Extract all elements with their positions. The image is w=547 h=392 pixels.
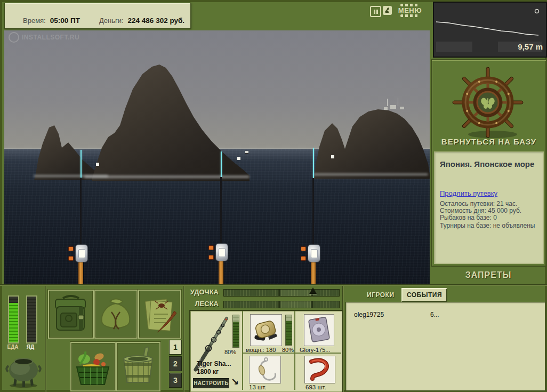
bait-count: 693 шт.	[305, 384, 326, 390]
time-value: 05:00 ПТ	[50, 17, 80, 25]
hook-count: 13 шт.	[249, 384, 266, 390]
time-money-panel: Время: 05:00 ПТ Деньги: 224 486 302 руб.	[4, 3, 191, 29]
documents-button[interactable]	[138, 290, 181, 339]
ship-wheel-icon[interactable]	[448, 66, 530, 141]
rod-pole	[312, 178, 314, 246]
tab-events[interactable]: СОБЫТИЯ	[401, 288, 447, 302]
reel-durability-value: 80%	[282, 347, 294, 353]
reel-item[interactable]	[250, 314, 282, 346]
money-pouch-icon	[95, 291, 136, 338]
food-label: ЕДА	[4, 344, 22, 350]
rod-slot-1[interactable]: 1	[169, 340, 182, 355]
rod-condition-bar	[223, 289, 340, 297]
trip-info-line: Рыбаков на базе: 0	[440, 214, 541, 221]
bucket-button[interactable]	[116, 342, 160, 391]
line-item[interactable]	[304, 314, 334, 346]
menu-button[interactable]: МЕНЮ	[395, 4, 425, 17]
menu-label: МЕНЮ	[395, 6, 425, 14]
rod-durability-bar	[232, 315, 239, 348]
tab-players[interactable]: ИГРОКИ	[367, 291, 395, 299]
rod-pole	[80, 178, 82, 247]
poison-label: ЯД	[22, 344, 38, 350]
rest-icon	[383, 6, 392, 15]
tackle-box-button[interactable]	[48, 290, 94, 339]
food-bar	[8, 295, 19, 343]
rod-name: Tiger Sha...	[197, 360, 231, 367]
bucket-icon	[117, 343, 159, 390]
sonar-marker-icon	[535, 10, 539, 13]
player-info: 6...	[430, 311, 439, 318]
depth-profile-line	[436, 22, 538, 35]
cast-arrow-icon[interactable]: ↘	[231, 376, 239, 388]
line-name: Glory-175...	[300, 347, 330, 353]
rod-bar-label: УДОЧКА	[181, 288, 219, 296]
reel-power: мощн.: 180	[246, 347, 276, 353]
bait-item[interactable]	[304, 356, 335, 383]
trip-info-line: Стоимость дня: 45 000 руб.	[440, 207, 541, 214]
money-pouch-button[interactable]	[94, 290, 138, 339]
time-label: Время:	[23, 17, 46, 25]
return-to-base-button[interactable]: ВЕРНУТЬСЯ НА БАЗУ	[432, 137, 546, 146]
game-window: Время: 05:00 ПТ Деньги: 224 486 302 руб.…	[0, 0, 547, 392]
rest-button[interactable]	[383, 6, 392, 15]
trip-info-line: Турниры на базе: не объявлены	[440, 222, 541, 229]
watermark-logo-icon	[9, 32, 19, 43]
players-list: oleg19725 6...	[345, 302, 545, 391]
rod-pole	[220, 177, 222, 245]
base-panel: ВЕРНУТЬСЯ НА БАЗУ Япония. Японское море …	[431, 59, 546, 267]
hook-item-icon	[250, 356, 280, 383]
bite-marker-3	[331, 155, 334, 158]
depth-chart: 9,57 m	[433, 2, 547, 58]
cooking-pot-button[interactable]	[5, 352, 42, 389]
food-bar-fill	[9, 303, 18, 342]
rod-slot-2[interactable]: 2	[169, 356, 182, 371]
food-basket-button[interactable]	[70, 342, 116, 391]
poison-bar	[26, 295, 37, 343]
food-basket-icon	[71, 343, 115, 390]
money-value: 224 486 302 руб.	[128, 17, 185, 25]
location-title: Япония. Японское море	[440, 159, 534, 169]
configure-button[interactable]: НАСТРОИТЬ	[193, 378, 229, 388]
pause-icon	[374, 10, 375, 14]
fishing-rod-1[interactable]	[68, 149, 100, 285]
reel-durability-bar	[285, 315, 292, 346]
trip-info-box: Япония. Японское море Продлить путевку О…	[434, 151, 544, 264]
line-item-icon	[304, 315, 334, 346]
fishing-line	[313, 148, 314, 178]
depth-value: 9,57 m	[518, 42, 543, 51]
pause-button[interactable]	[370, 6, 381, 17]
bite-marker-1	[96, 163, 99, 166]
documents-icon	[139, 291, 180, 338]
tackle-box-icon	[49, 291, 93, 338]
scene-viewport[interactable]: INSTALLSOFT.RU	[4, 30, 430, 285]
gear-teeth-icon	[400, 14, 420, 17]
bite-marker-2	[237, 157, 240, 160]
money-label: Деньги:	[99, 17, 124, 25]
fishing-rod-3[interactable]	[301, 147, 333, 285]
fishing-rod-2[interactable]	[208, 150, 240, 285]
boat	[245, 151, 248, 154]
lighthouse-buildings	[384, 107, 388, 110]
watermark: INSTALLSOFT.RU	[9, 32, 79, 43]
fishing-line	[81, 150, 82, 178]
rod-slot-3[interactable]: 3	[169, 373, 182, 388]
line-bar-label: ЛЕСКА	[181, 300, 219, 308]
bait-item-icon	[305, 356, 335, 383]
tackle-panel: 80% Tiger Sha... 1800 кг НАСТРОИТЬ ↘ мощ…	[189, 310, 343, 392]
hook-item[interactable]	[249, 356, 281, 383]
player-name[interactable]: oleg19725	[354, 311, 384, 318]
antenna-icon	[387, 99, 388, 106]
trip-info-line: Осталось путевки: 21 час.	[440, 200, 541, 207]
rod-durability-value: 80%	[224, 349, 236, 355]
fishing-line	[221, 151, 222, 177]
antenna-icon	[398, 98, 398, 106]
bans-button[interactable]: ЗАПРЕТЫ	[430, 270, 547, 280]
rod-bar-marker-icon	[309, 287, 317, 294]
rod-capacity: 1800 кг	[197, 368, 219, 375]
extend-trip-link[interactable]: Продлить путевку	[440, 189, 497, 197]
line-condition-bar	[223, 301, 340, 308]
reel-item-icon	[251, 315, 281, 346]
